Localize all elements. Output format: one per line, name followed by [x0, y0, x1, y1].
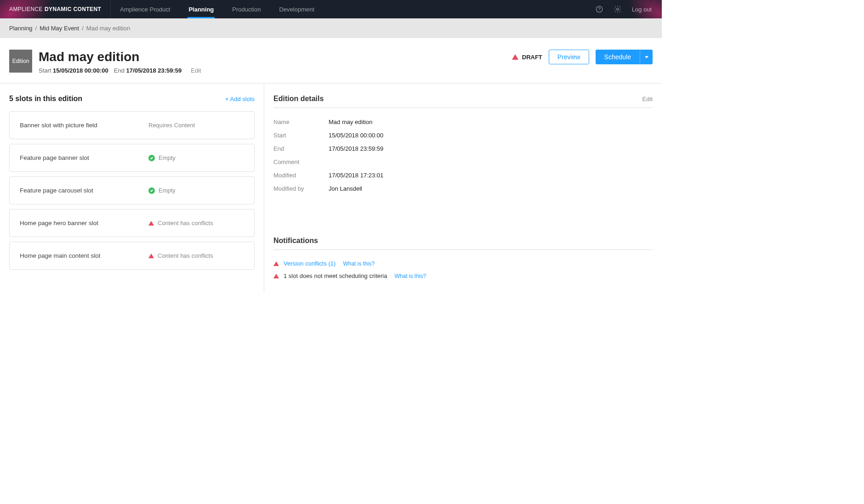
slot-card[interactable]: Banner slot with picture fieldRequires C…: [9, 111, 255, 139]
detail-value: Mad may edition: [329, 119, 372, 125]
notification-text: 1 slot does not meet scheduling criteria: [284, 272, 387, 279]
edition-header-left: Edition Mad may edition Start 15/05/2018…: [9, 50, 201, 74]
notifications-section: Notifications Version conflicts (1)What …: [273, 237, 653, 282]
what-is-this-link[interactable]: What is this?: [394, 273, 426, 279]
add-slots-link[interactable]: + Add slots: [225, 96, 255, 102]
detail-label: Name: [273, 119, 329, 125]
schedule-button[interactable]: Schedule: [596, 50, 640, 64]
slot-name: Home page hero banner slot: [20, 220, 148, 227]
slots-heading: 5 slots in this edition: [9, 95, 82, 103]
help-icon[interactable]: [595, 5, 603, 13]
slot-status: Empty: [159, 187, 176, 194]
breadcrumb: Planning/Mid May Event/Mad may edition: [0, 18, 662, 38]
top-nav: Amplience Product PlanningProductionDeve…: [111, 0, 324, 18]
schedule-split-button: Schedule: [596, 50, 653, 64]
slot-card[interactable]: Home page hero banner slotContent has co…: [9, 209, 255, 237]
status-badge: DRAFT: [512, 54, 542, 61]
schedule-dropdown-toggle[interactable]: [640, 50, 653, 64]
svg-point-1: [599, 11, 599, 11]
edition-dates: Start 15/05/2018 00:00:00 End 17/05/2018…: [39, 67, 201, 74]
nav-tab-production[interactable]: Production: [223, 0, 270, 18]
slot-status: Requires Content: [148, 122, 195, 129]
slot-card[interactable]: Home page main content slotContent has c…: [9, 242, 255, 270]
topbar: AMPLIENCE DYNAMIC CONTENT Amplience Prod…: [0, 0, 662, 18]
detail-value: 17/05/2018 23:59:59: [329, 145, 383, 152]
slot-name: Feature page banner slot: [20, 154, 148, 161]
warning-triangle-icon: [273, 261, 279, 266]
detail-value: 17/05/2018 17:23:01: [329, 172, 383, 179]
edit-details-link[interactable]: Edit: [642, 96, 653, 102]
main-content: 5 slots in this edition + Add slots Bann…: [0, 84, 662, 293]
check-circle-icon: [148, 155, 155, 161]
slot-card[interactable]: Feature page banner slotEmpty: [9, 144, 255, 172]
detail-label: Modified: [273, 172, 329, 179]
edition-type-badge: Edition: [9, 50, 32, 73]
details-header: Edition details Edit: [273, 95, 653, 108]
slot-name: Banner slot with picture field: [20, 122, 148, 129]
page-title: Mad may edition: [39, 50, 201, 64]
detail-row: Start15/05/2018 00:00:00: [273, 129, 653, 142]
detail-row: NameMad may edition: [273, 115, 653, 129]
nav-product[interactable]: Amplience Product: [111, 0, 179, 18]
slot-status: Content has conflicts: [158, 220, 213, 227]
detail-label: Comment: [273, 159, 329, 165]
breadcrumb-item[interactable]: Planning: [9, 25, 33, 32]
details-heading: Edition details: [273, 95, 324, 103]
detail-label: End: [273, 145, 329, 152]
nav-tab-planning[interactable]: Planning: [179, 0, 223, 18]
notification-row: Version conflicts (1)What is this?: [273, 257, 653, 270]
slot-card[interactable]: Feature page carousel slotEmpty: [9, 176, 255, 204]
what-is-this-link[interactable]: What is this?: [343, 260, 375, 267]
svg-point-2: [616, 8, 619, 11]
notifications-header: Notifications: [273, 237, 653, 250]
gear-icon[interactable]: [614, 5, 622, 13]
detail-label: Modified by: [273, 185, 329, 192]
warning-triangle-icon: [273, 274, 279, 278]
nav-tab-development[interactable]: Development: [270, 0, 324, 18]
topbar-right: Log out: [595, 5, 662, 13]
notification-text[interactable]: Version conflicts (1): [284, 260, 335, 267]
warning-triangle-icon: [148, 221, 154, 226]
slot-name: Home page main content slot: [20, 252, 148, 259]
detail-row: End17/05/2018 23:59:59: [273, 142, 653, 155]
chevron-down-icon: [645, 56, 648, 58]
warning-triangle-icon: [148, 254, 154, 258]
notification-row: 1 slot does not meet scheduling criteria…: [273, 270, 653, 282]
slot-status: Empty: [159, 154, 176, 161]
check-circle-icon: [148, 187, 155, 194]
slots-panel: 5 slots in this edition + Add slots Bann…: [0, 84, 264, 293]
brand-logo[interactable]: AMPLIENCE DYNAMIC CONTENT: [0, 0, 111, 18]
detail-row: Comment: [273, 155, 653, 169]
details-panel: Edition details Edit NameMad may edition…: [264, 84, 662, 293]
slot-status: Content has conflicts: [158, 252, 213, 259]
breadcrumb-item[interactable]: Mid May Event: [40, 25, 79, 32]
slots-panel-header: 5 slots in this edition + Add slots: [9, 95, 255, 103]
preview-button[interactable]: Preview: [549, 50, 589, 64]
breadcrumb-item: Mad may edition: [86, 25, 130, 32]
notifications-heading: Notifications: [273, 237, 318, 245]
edit-dates-link[interactable]: Edit: [191, 67, 201, 74]
warning-triangle-icon: [512, 54, 518, 60]
edition-header-right: DRAFT Preview Schedule: [512, 50, 653, 64]
detail-value: 15/05/2018 00:00:00: [329, 132, 383, 139]
detail-label: Start: [273, 132, 329, 139]
logout-link[interactable]: Log out: [632, 6, 652, 13]
slot-name: Feature page carousel slot: [20, 187, 148, 194]
brand-text-light: AMPLIENCE: [9, 6, 43, 12]
detail-value: Jon Lansdell: [329, 185, 362, 192]
edition-header: Edition Mad may edition Start 15/05/2018…: [0, 38, 662, 84]
brand-text-bold: DYNAMIC CONTENT: [45, 6, 101, 12]
detail-row: Modified byJon Lansdell: [273, 182, 653, 195]
detail-row: Modified17/05/2018 17:23:01: [273, 169, 653, 182]
